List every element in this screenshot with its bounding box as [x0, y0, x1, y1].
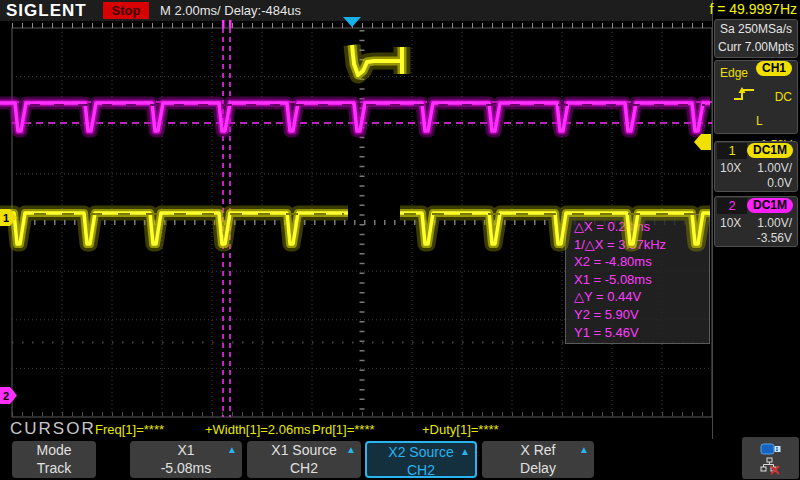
menu-button-x1-source[interactable]: ▲ X1 Source CH2: [247, 441, 361, 478]
meas-pduty: +Duty[1]=****: [422, 422, 499, 437]
status-icons-box: [742, 437, 799, 479]
menu-button-bottom-label: Track: [12, 459, 96, 477]
trigger-coupling: DC: [775, 85, 792, 109]
menu-button-bottom-label: -5.08ms: [130, 459, 242, 477]
menu-button-x1[interactable]: ▲ X1 -5.08ms: [130, 441, 242, 478]
up-arrow-icon: ▲: [579, 444, 589, 455]
waveform-layer: 12: [0, 0, 800, 480]
memory-depth: Curr 7.00Mpts: [715, 38, 797, 56]
x2-cursor-top-tick: [229, 20, 232, 28]
meas-period: Prd[1]=****: [312, 422, 375, 437]
sidebar: Sa 250MSa/s Curr 7.00Mpts Edge CH1 DC L …: [712, 0, 800, 480]
trigger-panel: Edge CH1 DC L 1.58V: [714, 60, 798, 134]
sample-rate: Sa 250MSa/s: [715, 20, 797, 38]
ch2-coupling-badge: DC1M: [747, 198, 793, 213]
measurement-bar: CURSOR Freq[1]=**** +Width[1]=2.06ms Prd…: [0, 417, 712, 440]
ch1-offset: 0.0V: [720, 176, 792, 191]
trigger-level-label: L: [756, 109, 763, 133]
ch2-offset: -3.56V: [720, 231, 792, 246]
up-arrow-icon: ▲: [460, 446, 470, 457]
ch1-probe: 10X: [720, 161, 741, 176]
trigger-position-marker[interactable]: [343, 17, 361, 27]
oscilloscope-screen: △X = 0.28ms 1/△X = 3.57kHz X2 = -4.80ms …: [0, 0, 800, 480]
meas-freq: Freq[1]=****: [95, 422, 164, 437]
ch2-number: 2: [717, 198, 747, 214]
usb-icon: [760, 442, 782, 456]
ch1-ground-label: 1: [3, 212, 9, 224]
channel1-panel[interactable]: 1 DC1M 10X 1.00V/ 0.0V: [714, 141, 798, 192]
menu-button-bottom-label: CH2: [367, 461, 475, 479]
menu-button-top-label: X1: [130, 441, 242, 459]
menu-button-x-ref[interactable]: ▲ X Ref Delay: [482, 441, 594, 478]
meas-pwidth: +Width[1]=2.06ms: [205, 422, 311, 437]
menu-button-top-label: Mode: [12, 441, 96, 459]
menu-button-bottom-label: CH2: [247, 459, 361, 477]
trigger-type: Edge: [720, 61, 748, 85]
ch1-scale: 1.00V/: [757, 161, 792, 176]
cursor-mode-label: CURSOR: [10, 419, 96, 439]
menu-button-top-label: X Ref: [482, 441, 594, 459]
up-arrow-icon: ▲: [346, 444, 356, 455]
up-arrow-icon: ▲: [227, 444, 237, 455]
trigger-source-badge: CH1: [756, 61, 792, 76]
ch1-number: 1: [717, 143, 747, 159]
ch2-scale: 1.00V/: [757, 216, 792, 231]
lan-disconnected-icon: [759, 457, 783, 475]
x1-cursor-top-tick: [222, 20, 225, 28]
acquire-panel: Sa 250MSa/s Curr 7.00Mpts: [714, 19, 798, 58]
menu-button-mode[interactable]: Mode Track: [12, 441, 96, 478]
rising-edge-icon: [720, 85, 756, 111]
menu-button-bottom-label: Delay: [482, 459, 594, 477]
ch1-coupling-badge: DC1M: [747, 143, 793, 158]
frequency-counter: f = 49.9997Hz: [709, 1, 797, 17]
ch2-probe: 10X: [720, 216, 741, 231]
ch2-ground-label: 2: [3, 390, 9, 402]
softkey-menu: Mode Track ▲ X1 -5.08ms ▲ X1 Source CH2 …: [0, 439, 800, 480]
menu-button-x2-source[interactable]: ▲ X2 Source CH2: [365, 441, 477, 478]
menu-button-top-label: X2 Source: [367, 443, 475, 461]
channel2-panel[interactable]: 2 DC1M 10X 1.00V/ -3.56V: [714, 196, 798, 247]
menu-button-top-label: X1 Source: [247, 441, 361, 459]
